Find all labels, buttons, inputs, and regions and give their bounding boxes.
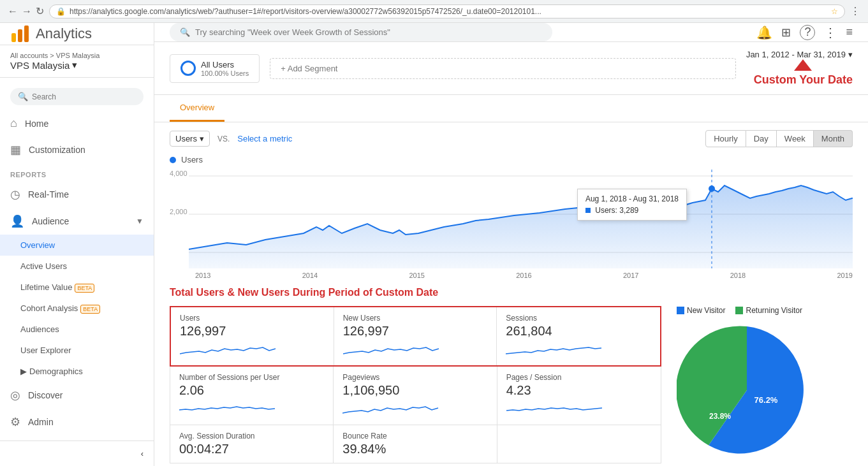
realtime-icon: ◷ <box>10 187 20 201</box>
star-icon[interactable]: ☆ <box>831 7 838 16</box>
all-users-label: All Users <box>201 60 249 69</box>
browser-bar: ← → ↻ 🔒 https://analytics.google.com/ana… <box>0 0 868 23</box>
mini-chart-users <box>180 341 325 357</box>
sidebar-navigation: 🔍 Search ⌂ Home ▦ Customization REPORTS … <box>0 78 154 441</box>
sidebar-item-discover-label: Discover <box>28 390 63 400</box>
sidebar-item-overview[interactable]: Overview <box>0 235 154 256</box>
ga-logo-icon <box>10 24 29 43</box>
svg-marker-6 <box>189 186 853 268</box>
svg-rect-2 <box>24 25 29 42</box>
x-label-2016: 2016 <box>516 272 531 279</box>
url-text: https://analytics.google.com/analytics/w… <box>70 7 541 16</box>
admin-icon: ⚙ <box>10 415 20 429</box>
app-container: Analytics All accounts > VPS Malaysia VP… <box>0 23 868 466</box>
chevron-down-icon: ▼ <box>136 217 143 226</box>
stat-cell-sessions: Sessions 261,804 <box>497 307 660 365</box>
extensions-icon[interactable]: ⋮ <box>850 5 860 17</box>
date-range-text: Jan 1, 2012 - Mar 31, 2019 <box>746 50 846 59</box>
sidebar-item-home[interactable]: ⌂ Home <box>0 110 154 136</box>
custom-date-indicator: Custom Your Date <box>754 59 853 87</box>
time-btn-hourly[interactable]: Hourly <box>705 130 746 147</box>
stat-cell-pages-session: Pages / Session 4.23 <box>497 367 661 425</box>
tooltip-title: Aug 1, 2018 - Aug 31, 2018 <box>585 194 679 203</box>
select-metric-link[interactable]: Select a metric <box>237 134 292 143</box>
add-segment-button[interactable]: + Add Segment <box>270 58 736 79</box>
forward-button[interactable]: → <box>22 6 32 17</box>
home-icon: ⌂ <box>10 117 17 130</box>
collapse-sidebar-icon: ‹ <box>141 449 143 458</box>
apps-icon[interactable]: ⊞ <box>781 25 791 40</box>
pie-legend: New Visitor Returning Visitor <box>677 306 853 315</box>
sidebar-item-realtime[interactable]: ◷ Real-Time <box>0 181 154 208</box>
pie-chart-section: New Visitor Returning Visitor <box>661 306 853 463</box>
address-bar[interactable]: 🔒 https://analytics.google.com/analytics… <box>49 4 845 18</box>
stat-label-sessions: Sessions <box>506 314 651 323</box>
sidebar-item-lifetime-value[interactable]: Lifetime ValueBETA <box>0 277 154 298</box>
sidebar-item-customization[interactable]: ▦ Customization <box>0 136 154 163</box>
metric-selector[interactable]: Users ▾ <box>170 131 210 147</box>
mini-chart-spu <box>179 400 324 416</box>
date-range-area: Jan 1, 2012 - Mar 31, 2019 ▾ Custom Your… <box>746 50 853 87</box>
vs-label: VS. <box>217 135 230 143</box>
time-btn-day[interactable]: Day <box>746 130 777 147</box>
stats-and-pie: Users 126,997 New Users 126,997 <box>170 306 853 463</box>
main-search-bar[interactable]: 🔍 Try searching "Week over Week Growth o… <box>170 23 552 41</box>
metric-dropdown-icon: ▾ <box>200 134 204 143</box>
sidebar-item-user-explorer[interactable]: User Explorer <box>0 340 154 361</box>
audience-icon: 👤 <box>10 214 24 228</box>
account-area: All accounts > VPS Malaysia VPS Malaysia… <box>0 45 154 78</box>
search-icon: 🔍 <box>18 92 28 101</box>
back-button[interactable]: ← <box>8 6 18 17</box>
stat-label-pages-session: Pages / Session <box>506 373 652 382</box>
all-users-pct: 100.00% Users <box>201 69 249 77</box>
sidebar-item-cohort-analysis[interactable]: Cohort AnalysisBETA <box>0 298 154 319</box>
sidebar-item-audience[interactable]: 👤 Audience ▼ <box>0 208 154 235</box>
x-label-2018: 2018 <box>730 272 746 279</box>
sidebar-item-discover[interactable]: ◎ Discover <box>0 382 154 409</box>
top-header: 🔍 Try searching "Week over Week Growth o… <box>154 23 868 42</box>
sidebar-item-home-label: Home <box>25 119 48 129</box>
legend-dot <box>170 157 176 163</box>
new-visitor-dot <box>677 307 684 314</box>
sidebar-item-demographics[interactable]: ▶ Demographics <box>0 361 154 382</box>
mini-chart-pageviews <box>342 400 487 416</box>
mini-chart-pages-session <box>506 400 652 416</box>
sidebar-item-admin[interactable]: ⚙ Admin <box>0 409 154 435</box>
stat-value-bounce-rate: 39.84% <box>342 442 487 456</box>
lock-icon: 🔒 <box>56 7 66 16</box>
sidebar-item-realtime-label: Real-Time <box>28 189 69 200</box>
account-name-selector[interactable]: VPS Malaysia ▾ <box>10 59 143 71</box>
sidebar-item-admin-label: Admin <box>28 417 54 427</box>
time-btn-month[interactable]: Month <box>814 130 853 147</box>
x-label-2013: 2013 <box>195 272 210 279</box>
chart-tooltip: Aug 1, 2018 - Aug 31, 2018 Users: 3,289 <box>577 189 687 221</box>
stats-grid-top: Users 126,997 New Users 126,997 <box>170 306 661 367</box>
line-chart-svg <box>189 170 853 268</box>
x-label-2019: 2019 <box>837 272 853 279</box>
tab-overview[interactable]: Overview <box>170 95 224 122</box>
time-btn-week[interactable]: Week <box>777 130 814 147</box>
browser-navigation[interactable]: ← → ↻ <box>8 5 44 17</box>
y-label-4000: 4,000 <box>170 170 188 177</box>
browser-actions: ⋮ <box>850 5 860 17</box>
stat-cell-avg-session: Avg. Session Duration 00:04:27 <box>170 425 334 463</box>
stat-value-pageviews: 1,106,950 <box>342 383 487 398</box>
sidebar-item-audiences[interactable]: Audiences <box>0 319 154 340</box>
search-placeholder: Search <box>32 92 56 101</box>
notification-icon[interactable]: 🔔 <box>756 25 772 40</box>
help-icon[interactable]: ? <box>800 25 815 40</box>
beta-badge-2: BETA <box>80 305 100 314</box>
y-label-2000: 2,000 <box>170 208 188 215</box>
stat-value-new-users: 126,997 <box>343 324 488 339</box>
sidebar-item-active-users[interactable]: Active Users <box>0 256 154 277</box>
chart-legend: Users <box>170 155 853 164</box>
all-users-segment[interactable]: All Users 100.00% Users <box>170 54 260 83</box>
sidebar-collapse-button[interactable]: ‹ <box>0 441 154 466</box>
segment-bar: All Users 100.00% Users + Add Segment Ja… <box>154 42 868 95</box>
reload-button[interactable]: ↻ <box>36 5 44 17</box>
user-avatar-icon[interactable]: ≡ <box>846 25 853 39</box>
search-bar[interactable]: 🔍 Search <box>10 88 143 105</box>
custom-date-label: Custom Your Date <box>754 73 853 87</box>
more-options-icon[interactable]: ⋮ <box>824 25 837 40</box>
date-range-selector[interactable]: Jan 1, 2012 - Mar 31, 2019 ▾ <box>746 50 853 59</box>
